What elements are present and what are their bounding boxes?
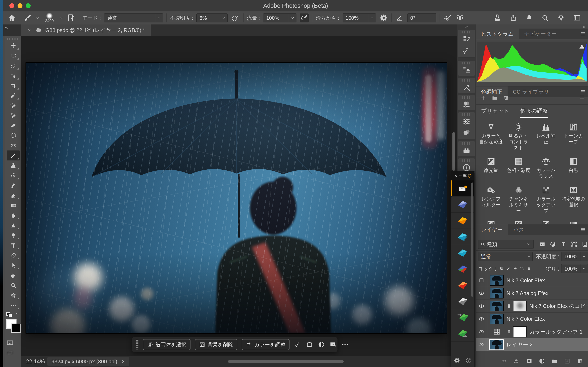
tab-layers[interactable]: レイヤー	[476, 224, 508, 235]
transform-warp-icon[interactable]	[306, 341, 313, 348]
mask-link-icon[interactable]	[507, 303, 511, 309]
nik-item-plane-green-arrow-out[interactable]	[451, 325, 474, 342]
smoothing-dropdown[interactable]: 100%	[343, 13, 376, 22]
background-color-swatch[interactable]	[11, 324, 21, 333]
tool-move[interactable]	[7, 41, 20, 50]
filter-adjustment-layers-icon[interactable]	[550, 241, 556, 248]
panel-group-grip[interactable]	[461, 31, 472, 33]
quick-mask-icon[interactable]	[5, 339, 15, 347]
nik-item-plane-multicolor[interactable]	[451, 261, 474, 277]
magic-wand-icon[interactable]	[294, 341, 301, 348]
new-group-icon[interactable]	[551, 358, 558, 364]
layer-name[interactable]: Nik 7 Color Efex	[507, 277, 545, 284]
new-adjustment-layer-icon[interactable]	[539, 358, 545, 364]
layer-row-nik7-color-efex[interactable]: Nik 7 Color Efex	[476, 313, 588, 325]
toolbar-grip[interactable]	[7, 37, 19, 40]
notifications-icon[interactable]	[525, 14, 533, 22]
filter-smart-objects-icon[interactable]	[581, 241, 588, 248]
layer-visibility-toggle[interactable]	[476, 313, 487, 325]
share-icon[interactable]	[509, 14, 517, 22]
tool-eraser[interactable]	[7, 191, 20, 200]
chevron-down-icon[interactable]	[35, 14, 40, 22]
settings-gear-icon[interactable]	[453, 357, 460, 364]
taskbar-drag-handle[interactable]	[136, 340, 138, 350]
layer-thumbnail[interactable]	[490, 275, 504, 286]
pressure-size-icon[interactable]	[443, 13, 452, 22]
help-icon[interactable]	[465, 357, 472, 364]
layer-visibility-toggle[interactable]	[476, 300, 487, 312]
tab-paths[interactable]: パス	[508, 224, 529, 235]
beta-features-icon[interactable]	[493, 14, 502, 22]
chevron-right-icon[interactable]	[121, 359, 125, 364]
lock-transparency-icon[interactable]	[499, 266, 503, 272]
adjustment-exposure[interactable]: 露光量	[477, 157, 505, 179]
select-subject-button[interactable]: 被写体を選択	[143, 339, 190, 350]
panel-group-grip[interactable]	[461, 113, 472, 116]
adjustment-selective-color[interactable]: 特定色域の選択	[560, 185, 587, 214]
screen-mode-icon[interactable]	[5, 350, 15, 357]
layer-thumbnail[interactable]	[490, 288, 504, 299]
adjustment-icon[interactable]	[318, 341, 325, 348]
canvas-vertical-scrollbar[interactable]	[452, 132, 455, 171]
layer-mask-thumbnail[interactable]	[513, 326, 527, 337]
flow-dropdown[interactable]: 100%	[263, 13, 296, 22]
tool-edit-toolbar[interactable]	[7, 300, 20, 310]
canvas-image[interactable]	[26, 63, 447, 333]
layer-effects-icon[interactable]: fx	[513, 358, 520, 364]
subtab-presets[interactable]: プリセット	[481, 107, 509, 118]
remove-background-button[interactable]: 背景を削除	[195, 339, 237, 350]
tool-healing-brush[interactable]	[7, 100, 20, 110]
layer-opacity-dropdown[interactable]: 100%	[561, 252, 588, 261]
layer-thumbnail[interactable]	[490, 301, 504, 311]
default-colors-icon[interactable]	[6, 312, 12, 318]
panel-group-grip[interactable]	[461, 62, 472, 64]
layer-thumbnail[interactable]	[490, 339, 504, 350]
layer-thumbnail[interactable]	[490, 314, 504, 324]
filter-pixel-layers-icon[interactable]	[539, 241, 545, 248]
add-image-icon[interactable]	[329, 341, 337, 348]
layer-row-nik7-analog-efex[interactable]: Nik 7 Analog Efex	[476, 287, 588, 300]
adjustment-presets-panel-icon[interactable]	[462, 127, 471, 138]
adjustment-color-lookup[interactable]: カラールックアップ	[532, 185, 560, 214]
folder-icon[interactable]	[492, 95, 498, 101]
properties-panel-icon[interactable]	[462, 116, 471, 127]
tool-sharpen[interactable]	[7, 220, 20, 230]
layer-row-color-lookup-1[interactable]: カラールックアップ 1	[476, 325, 588, 338]
tool-brush[interactable]	[7, 150, 20, 160]
adjustment-channel-mixer[interactable]: チャンネルミキサー	[505, 185, 532, 214]
airbrush-toggle-icon[interactable]	[300, 13, 309, 22]
layer-row-nik7-color-efex-copy[interactable]: Nik 7 Color Efex のコピー	[476, 300, 588, 313]
blend-mode-dropdown[interactable]: 通常	[104, 13, 163, 22]
collapse-dock-chevron[interactable]: »	[583, 25, 586, 29]
nik-item-plane-gray[interactable]	[451, 293, 474, 309]
lock-artboard-icon[interactable]	[520, 266, 524, 272]
expand-toolbar-chevron[interactable]: »	[5, 25, 7, 31]
gear-icon[interactable]	[379, 13, 388, 22]
plugins-panel-icon[interactable]	[462, 145, 471, 156]
workspace-icon[interactable]	[573, 14, 581, 22]
tool-selection-brush[interactable]	[7, 60, 20, 71]
nik-item-plane-cyan-stack[interactable]	[451, 229, 474, 245]
nik-item-plane-green-arrow-in[interactable]	[451, 309, 474, 325]
close-tab-icon[interactable]	[27, 28, 32, 33]
tool-eyedropper[interactable]	[7, 91, 20, 100]
nik-item-plane-red[interactable]	[451, 277, 474, 293]
tool-presets-panel-icon[interactable]	[462, 82, 471, 92]
layer-visibility-toggle[interactable]	[476, 274, 487, 287]
opacity-dropdown[interactable]: 6%	[196, 13, 228, 22]
panel-menu-icon[interactable]	[580, 31, 586, 37]
nik-scrollbar[interactable]	[471, 183, 473, 297]
panel-group-grip[interactable]	[461, 142, 472, 145]
tool-object-selection[interactable]	[7, 71, 20, 81]
layer-mask-thumbnail[interactable]	[513, 301, 527, 311]
more-options-icon[interactable]	[341, 341, 349, 348]
add-mask-icon[interactable]	[526, 358, 532, 364]
warning-icon[interactable]	[579, 43, 585, 50]
symmetry-icon[interactable]	[456, 13, 465, 22]
tool-gradient[interactable]	[7, 200, 20, 210]
filter-type-layers-icon[interactable]	[560, 241, 567, 248]
libraries-panel-icon[interactable]	[462, 99, 471, 110]
discover-icon[interactable]	[557, 14, 565, 22]
adjustment-brightness-contrast[interactable]: 明るさ・コントラスト	[505, 122, 532, 151]
home-icon[interactable]	[7, 13, 16, 22]
